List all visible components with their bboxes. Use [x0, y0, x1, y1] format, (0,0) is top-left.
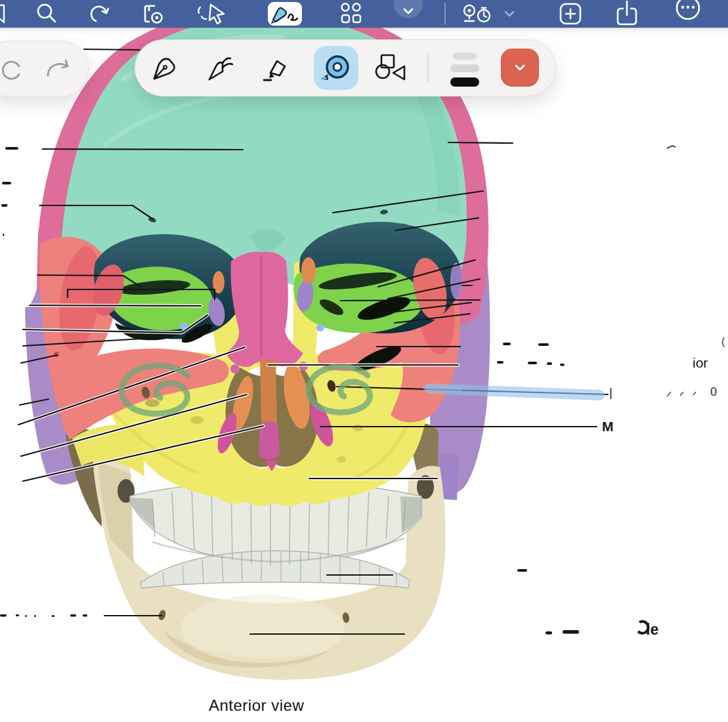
lasso-icon[interactable] [194, 0, 228, 28]
redo-icon [44, 57, 73, 81]
highlighter-tool[interactable] [258, 40, 295, 96]
top-navigation-bar [0, 0, 728, 28]
fragment-zero: 0 [710, 385, 717, 399]
app-screen: ior ( | 0 M le Anterior view [0, 0, 728, 722]
highlighter-icon [261, 53, 291, 83]
undo-icon [0, 57, 23, 81]
shapes-tool[interactable] [374, 40, 410, 96]
page-view-icon[interactable] [139, 0, 167, 28]
palette-divider [427, 54, 429, 82]
blue-highlight-stroke[interactable] [425, 387, 599, 395]
present-chevron-icon[interactable] [503, 0, 516, 28]
pen-toolbar [135, 39, 556, 96]
present-timer-icon[interactable] [458, 0, 499, 28]
chevron-down-icon [514, 64, 526, 72]
fragment-mandible-le: le [646, 621, 658, 639]
undo-button[interactable] [0, 41, 28, 96]
share-icon[interactable] [614, 0, 639, 28]
lower-teeth [140, 551, 410, 588]
more-icon[interactable] [674, 0, 702, 28]
shapes-icon [375, 52, 409, 85]
elements-icon[interactable] [336, 0, 366, 28]
thickness-option-3-selected[interactable] [450, 77, 479, 87]
fragment-maxilla-m: M [602, 419, 614, 435]
search-icon[interactable] [34, 0, 59, 28]
tape-icon [319, 53, 353, 84]
pen-mode-icon [270, 4, 299, 24]
add-icon[interactable] [558, 0, 583, 28]
fragment-paren: ( [721, 336, 725, 348]
redo-button[interactable] [40, 41, 77, 96]
fragment-tick: | [609, 385, 612, 400]
history-toolbar [0, 41, 89, 97]
color-swatch-button[interactable] [501, 49, 539, 87]
fragment-right-edge-word: ior [693, 355, 708, 371]
fountain-pen-icon [150, 53, 180, 83]
bookmark-icon[interactable] [0, 0, 13, 28]
collapse-toolbar-button[interactable] [394, 0, 423, 18]
chevron-down-icon [403, 8, 414, 14]
tape-tool-selected[interactable] [314, 46, 358, 90]
toolbar-divider [444, 3, 446, 25]
stroke-thickness-selector[interactable] [450, 40, 480, 96]
pen-mode-button[interactable] [268, 2, 302, 26]
fountain-pen-tool[interactable] [146, 40, 183, 96]
figure-caption: Anterior view [209, 696, 304, 715]
skull-figure[interactable] [0, 0, 728, 722]
ballpoint-pen-icon [205, 53, 236, 83]
thickness-option-1[interactable] [453, 53, 477, 60]
rotate-icon[interactable] [87, 0, 112, 28]
thickness-option-2[interactable] [450, 64, 479, 72]
ballpoint-pen-tool[interactable] [202, 40, 239, 96]
